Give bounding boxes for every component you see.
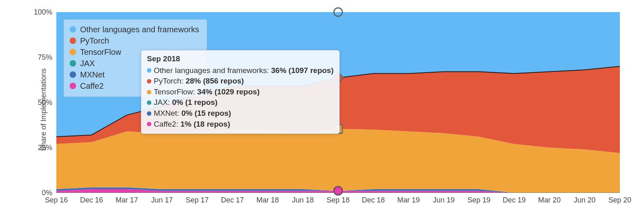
legend-swatch [70, 38, 76, 44]
legend-swatch [70, 60, 76, 67]
legend-swatch [70, 83, 76, 89]
hover-marker-caffe2 [333, 186, 343, 196]
legend-item[interactable]: Other languages and frameworks [70, 24, 199, 35]
legend-label: TensorFlow [80, 47, 121, 57]
x-tick: Sep 17 [186, 196, 208, 204]
tooltip-row: TensorFlow: 34% (1029 repos) [147, 87, 334, 98]
legend-swatch [70, 71, 76, 78]
legend-label: JAX [80, 58, 95, 69]
tooltip: Sep 2018 Other languages and frameworks:… [141, 50, 340, 134]
tooltip-row: PyTorch: 28% (856 repos) [147, 76, 334, 87]
legend-swatch [70, 49, 76, 55]
x-tick: Dec 19 [503, 196, 526, 204]
x-tick: Jun 18 [292, 196, 314, 204]
tooltip-row: Other languages and frameworks: 36% (109… [147, 65, 334, 76]
legend-label: Other languages and frameworks [80, 24, 199, 35]
x-tick: Mar 19 [397, 196, 420, 204]
x-tick: Sep 18 [326, 196, 349, 204]
x-tick: Dec 16 [80, 196, 103, 204]
tooltip-row: MXNet: 0% (15 repos) [147, 108, 334, 119]
tooltip-row: Caffe2: 1% (18 repos) [147, 119, 334, 130]
y-tick: 50% [28, 98, 52, 107]
stacked-area-chart: Share of Implementations 100% 75% 50% 25… [0, 0, 644, 219]
x-tick: Jun 17 [151, 196, 173, 204]
x-tick: Mar 18 [256, 196, 279, 204]
y-axis-title: Share of Implementations [39, 68, 48, 151]
tooltip-dot [147, 68, 151, 73]
tooltip-title: Sep 2018 [147, 54, 334, 65]
x-tick: Sep 20 [608, 196, 631, 204]
tooltip-dot [147, 90, 151, 94]
y-tick: 25% [28, 144, 52, 152]
legend-label: MXNet [80, 69, 105, 80]
x-tick: Dec 18 [362, 196, 385, 204]
tooltip-row: JAX: 0% (1 repos) [147, 97, 334, 108]
tooltip-dot [147, 100, 151, 105]
x-tick: Jun 20 [574, 196, 595, 204]
legend-label: Caffe2 [80, 81, 104, 91]
x-tick: Mar 17 [116, 196, 138, 204]
x-tick: Jun 19 [433, 196, 454, 204]
x-tick: Dec 17 [221, 196, 244, 204]
tooltip-dot [147, 122, 151, 126]
legend-item[interactable]: PyTorch [70, 35, 199, 46]
legend-swatch [70, 26, 76, 33]
y-tick: 100% [28, 8, 52, 17]
x-tick: Mar 20 [538, 196, 561, 204]
legend-label: PyTorch [80, 35, 109, 46]
hover-marker-other [333, 7, 343, 17]
x-tick: Sep 16 [45, 196, 68, 204]
tooltip-dot [147, 111, 151, 116]
x-tick: Sep 19 [467, 196, 490, 204]
tooltip-dot [147, 79, 151, 83]
y-tick: 75% [28, 53, 52, 62]
